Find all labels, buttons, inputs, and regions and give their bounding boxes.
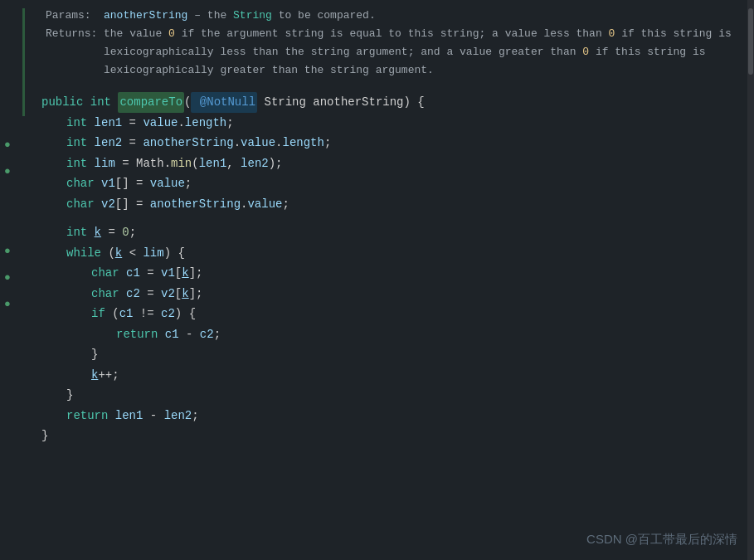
editor-container: ● ● ● ● ● Params: anotherString – the St… bbox=[0, 0, 754, 560]
bookmark-container: ● ● ● ● ● bbox=[4, 133, 19, 317]
doc-params-label: Params: bbox=[46, 7, 104, 25]
code-line-1: public int compareTo( @NotNull String an… bbox=[41, 92, 742, 113]
code-line-18: } bbox=[41, 426, 742, 446]
bookmark-3[interactable]: ● bbox=[4, 239, 19, 264]
scrollbar[interactable] bbox=[747, 0, 754, 560]
scrollbar-thumb[interactable] bbox=[748, 8, 753, 75]
code-lines-container: public int compareTo( @NotNull String an… bbox=[29, 92, 754, 446]
doc-comment-block: Params: anotherString – the String to be… bbox=[29, 0, 754, 92]
code-line-10: char c1 = v1[k]; bbox=[41, 263, 742, 284]
watermark: CSDN @百工带最后的深情 bbox=[586, 532, 737, 548]
code-line-16: } bbox=[41, 385, 742, 406]
annotation-notnull: @NotNull bbox=[191, 92, 257, 113]
code-line-7 bbox=[41, 214, 742, 222]
bookmark-1[interactable]: ● bbox=[4, 133, 19, 158]
code-line-5: char v1[] = value; bbox=[41, 173, 742, 194]
code-line-8: int k = 0; bbox=[41, 222, 742, 243]
code-line-11: char c2 = v2[k]; bbox=[41, 284, 742, 304]
code-line-13: return c1 - c2; bbox=[41, 324, 742, 345]
doc-returns-line2: lexicographically less than the string a… bbox=[46, 43, 737, 61]
code-line-2: int len1 = value.length; bbox=[41, 113, 742, 134]
code-line-9: while (k < lim) { bbox=[41, 243, 742, 264]
code-line-17: return len1 - len2; bbox=[41, 406, 742, 426]
doc-params-text: anotherString – the String to be compare… bbox=[104, 7, 737, 25]
code-line-3: int len2 = anotherString.value.length; bbox=[41, 133, 742, 153]
doc-returns-line3: lexicographically greater than the strin… bbox=[46, 61, 737, 80]
code-line-6: char v2[] = anotherString.value; bbox=[41, 194, 742, 215]
doc-returns-label: Returns: bbox=[46, 25, 104, 43]
doc-returns-line: Returns: the value 0 if the argument str… bbox=[46, 25, 737, 43]
bookmark-2[interactable]: ● bbox=[4, 159, 19, 184]
code-line-15: k++; bbox=[41, 365, 742, 386]
doc-returns-text: the value 0 if the argument string is eq… bbox=[104, 25, 737, 43]
bookmark-4[interactable]: ● bbox=[4, 265, 19, 290]
doc-params-line: Params: anotherString – the String to be… bbox=[46, 7, 737, 25]
doc-accent-bar bbox=[22, 8, 25, 116]
code-line-14: } bbox=[41, 344, 742, 365]
code-line-12: if (c1 != c2) { bbox=[41, 304, 742, 324]
bookmark-5[interactable]: ● bbox=[4, 292, 19, 317]
code-line-4: int lim = Math.min(len1, len2); bbox=[41, 153, 742, 174]
